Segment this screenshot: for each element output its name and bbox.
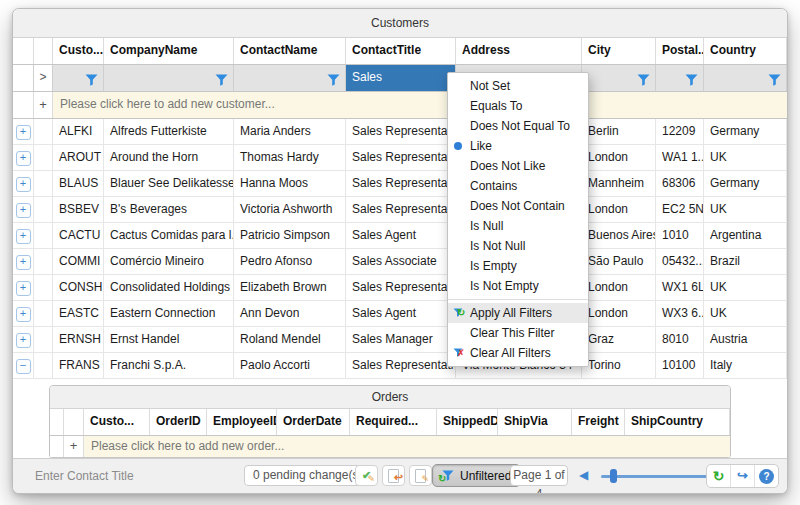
orders-column-header-orderid[interactable]: OrderID: [150, 409, 207, 435]
column-header-country[interactable]: Country: [704, 38, 787, 64]
cell-contact-name[interactable]: Paolo Accorti: [234, 353, 346, 379]
cell-customer-id[interactable]: EASTC: [53, 301, 104, 327]
cell-contact-title[interactable]: Sales Representative: [346, 275, 456, 301]
cell-customer-id[interactable]: AROUT: [53, 145, 104, 171]
cell-contact-title[interactable]: Sales Representative: [346, 197, 456, 223]
cell-company-name[interactable]: Alfreds Futterkiste: [104, 119, 234, 145]
filter-funnel-icon[interactable]: [327, 72, 340, 90]
filter-funnel-icon[interactable]: [685, 72, 698, 90]
expand-row-icon[interactable]: +: [16, 307, 31, 322]
menu-item-does-not-equal-to[interactable]: Does Not Equal To: [448, 116, 588, 136]
expand-row-icon[interactable]: +: [16, 177, 31, 192]
filter-cell-custo[interactable]: [53, 65, 104, 91]
cell-customer-id[interactable]: FRANS: [53, 353, 104, 379]
expand-row-icon[interactable]: +: [16, 151, 31, 166]
expand-row-icon[interactable]: +: [16, 333, 31, 348]
cell-city[interactable]: London: [582, 197, 656, 223]
filter-funnel-icon[interactable]: [768, 72, 781, 90]
cell-city[interactable]: London: [582, 301, 656, 327]
orders-column-header-required[interactable]: Required...: [350, 409, 437, 435]
active-filter-cell-contacttitle[interactable]: Sales: [346, 65, 456, 91]
previous-page-button[interactable]: ◀: [579, 468, 588, 482]
cell-city[interactable]: Buenos Aires: [582, 223, 656, 249]
expand-row-icon[interactable]: +: [16, 203, 31, 218]
expand-row-icon[interactable]: +: [16, 229, 31, 244]
cell-company-name[interactable]: Consolidated Holdings: [104, 275, 234, 301]
new-order-prompt[interactable]: Please click here to add new order...: [84, 436, 730, 457]
cell-contact-title[interactable]: Sales Representative: [346, 145, 456, 171]
expand-row-icon[interactable]: +: [16, 125, 31, 140]
help-button[interactable]: ?: [755, 465, 778, 487]
cell-company-name[interactable]: Blauer See Delikatessen: [104, 171, 234, 197]
cell-customer-id[interactable]: COMMI: [53, 249, 104, 275]
cell-contact-title[interactable]: Sales Representative: [346, 171, 456, 197]
cell-contact-name[interactable]: Patricio Simpson: [234, 223, 346, 249]
cell-country[interactable]: UK: [704, 197, 787, 223]
column-header-custo[interactable]: Custo...: [53, 38, 104, 64]
cell-customer-id[interactable]: BLAUS: [53, 171, 104, 197]
cell-postal-code[interactable]: 8010: [656, 327, 704, 353]
cell-customer-id[interactable]: ERNSH: [53, 327, 104, 353]
cell-contact-title[interactable]: Sales Associate: [346, 249, 456, 275]
page-slider-thumb[interactable]: [610, 469, 617, 483]
filter-cell-country[interactable]: [704, 65, 787, 91]
export-button[interactable]: ↪: [731, 465, 755, 487]
cell-postal-code[interactable]: 68306: [656, 171, 704, 197]
column-header-contactname[interactable]: ContactName: [234, 38, 346, 64]
cell-contact-name[interactable]: Maria Anders: [234, 119, 346, 145]
menu-item-does-not-contain[interactable]: Does Not Contain: [448, 196, 588, 216]
collapse-row-icon[interactable]: −: [16, 359, 31, 374]
expand-row-icon[interactable]: +: [16, 281, 31, 296]
page-slider-track[interactable]: [601, 475, 707, 478]
orders-column-header-orderdate[interactable]: OrderDate: [277, 409, 350, 435]
orders-column-header-shippedd[interactable]: ShippedD...: [437, 409, 498, 435]
filter-funnel-icon[interactable]: [637, 72, 650, 90]
cell-city[interactable]: Berlin: [582, 119, 656, 145]
menu-item-is-empty[interactable]: Is Empty: [448, 256, 588, 276]
cell-country[interactable]: Germany: [704, 119, 787, 145]
cell-company-name[interactable]: Cactus Comidas para l...: [104, 223, 234, 249]
menu-item-apply-all-filters[interactable]: ↻Apply All Filters: [448, 303, 588, 323]
cell-company-name[interactable]: Ernst Handel: [104, 327, 234, 353]
cell-postal-code[interactable]: WX1 6LT: [656, 275, 704, 301]
menu-item-contains[interactable]: Contains: [448, 176, 588, 196]
cell-company-name[interactable]: B's Beverages: [104, 197, 234, 223]
cell-contact-name[interactable]: Elizabeth Brown: [234, 275, 346, 301]
menu-item-clear-all-filters[interactable]: ✗Clear All Filters: [448, 343, 588, 363]
filter-cell-postal[interactable]: [656, 65, 704, 91]
filter-funnel-icon[interactable]: [85, 72, 98, 90]
cell-contact-name[interactable]: Hanna Moos: [234, 171, 346, 197]
cell-city[interactable]: São Paulo: [582, 249, 656, 275]
revert-changes-button[interactable]: ↩: [382, 465, 405, 486]
cell-customer-id[interactable]: BSBEV: [53, 197, 104, 223]
cell-postal-code[interactable]: 12209: [656, 119, 704, 145]
filter-cell-companyname[interactable]: [104, 65, 234, 91]
menu-item-does-not-like[interactable]: Does Not Like: [448, 156, 588, 176]
cell-city[interactable]: Torino: [582, 353, 656, 379]
cell-country[interactable]: Argentina: [704, 223, 787, 249]
menu-item-is-not-empty[interactable]: Is Not Empty: [448, 276, 588, 296]
cell-city[interactable]: Mannheim: [582, 171, 656, 197]
cell-country[interactable]: Austria: [704, 327, 787, 353]
cell-contact-name[interactable]: Pedro Afonso: [234, 249, 346, 275]
menu-item-clear-this-filter[interactable]: Clear This Filter: [448, 323, 588, 343]
cell-contact-title[interactable]: Sales Manager: [346, 327, 456, 353]
column-header-contacttitle[interactable]: ContactTitle: [346, 38, 456, 64]
cell-company-name[interactable]: Comércio Mineiro: [104, 249, 234, 275]
menu-item-equals-to[interactable]: Equals To: [448, 96, 588, 116]
cell-company-name[interactable]: Eastern Connection: [104, 301, 234, 327]
menu-item-is-null[interactable]: Is Null: [448, 216, 588, 236]
refresh-button[interactable]: ↻: [707, 465, 731, 487]
cell-contact-title[interactable]: Sales Representative: [346, 353, 456, 379]
cell-postal-code[interactable]: WA1 1...: [656, 145, 704, 171]
cell-city[interactable]: Graz: [582, 327, 656, 353]
cell-contact-name[interactable]: Roland Mendel: [234, 327, 346, 353]
cell-contact-name[interactable]: Victoria Ashworth: [234, 197, 346, 223]
cell-customer-id[interactable]: CONSH: [53, 275, 104, 301]
cell-postal-code[interactable]: WX3 6...: [656, 301, 704, 327]
orders-column-header-employeeid[interactable]: EmployeeID: [207, 409, 277, 435]
cell-contact-title[interactable]: Sales Representative: [346, 119, 456, 145]
cell-company-name[interactable]: Around the Horn: [104, 145, 234, 171]
menu-item-is-not-null[interactable]: Is Not Null: [448, 236, 588, 256]
column-header-postal[interactable]: Postal...: [656, 38, 704, 64]
